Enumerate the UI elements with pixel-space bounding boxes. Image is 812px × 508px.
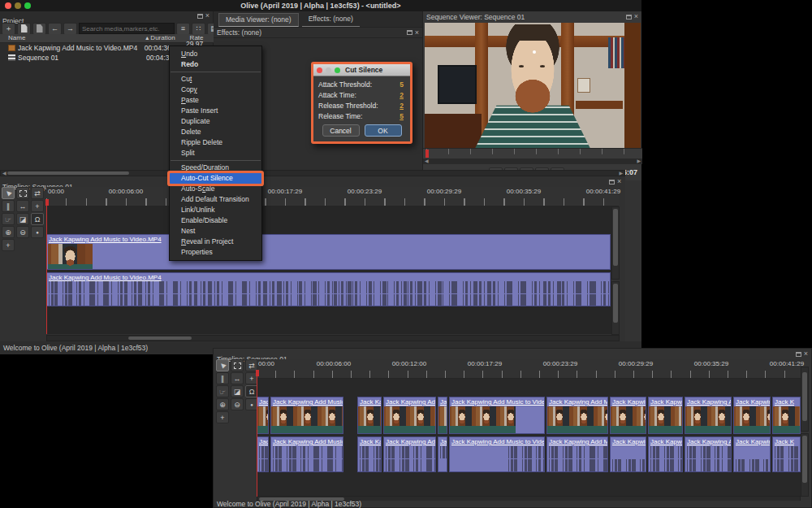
float-panel-icon[interactable] bbox=[197, 14, 203, 19]
close-panel-icon[interactable]: × bbox=[634, 14, 638, 20]
menu-item-copy[interactable]: Copy bbox=[170, 85, 261, 95]
timeline-bottom-scrollbar[interactable] bbox=[46, 335, 620, 341]
zoom-window-button[interactable] bbox=[24, 2, 31, 9]
video-clip-segment[interactable]: Jack K bbox=[772, 397, 801, 434]
menu-item-delete[interactable]: Delete bbox=[170, 127, 261, 137]
close-panel-icon[interactable]: × bbox=[205, 13, 209, 19]
dialog-minimize-button[interactable] bbox=[326, 67, 331, 73]
video-clip-segment[interactable]: Jack Kapwing Add Music to V bbox=[270, 397, 343, 434]
menu-item-duplicate[interactable]: Duplicate bbox=[170, 116, 261, 127]
video-clip-segment[interactable]: Jack Kapwing Add Music to Video.MP4 bbox=[449, 397, 545, 434]
audio-clip-segment[interactable]: Jack Kapwing Add Music to V bbox=[270, 436, 343, 472]
undo-button[interactable]: ← bbox=[48, 23, 62, 35]
hand-tool[interactable]: ☞ bbox=[216, 385, 229, 397]
audio-tracks-scrollbar[interactable] bbox=[611, 281, 620, 335]
menu-item-auto-scale[interactable]: Auto-Scale bbox=[170, 184, 261, 194]
video-tracks-scrollbar[interactable] bbox=[801, 367, 809, 432]
video-clip-segment[interactable]: Jack Kapwing bbox=[610, 397, 646, 434]
open-project-button[interactable] bbox=[32, 23, 46, 35]
ok-button[interactable]: OK bbox=[365, 124, 402, 137]
razor-tool[interactable]: ∥ bbox=[2, 200, 15, 212]
project-column-header[interactable]: Name ▴ Duration Rate bbox=[0, 34, 214, 43]
video-clip-segment[interactable]: Jack Kapwing Add M bbox=[685, 397, 732, 434]
attack-time-value[interactable]: 2 bbox=[400, 91, 404, 99]
razor-tool[interactable]: ∥ bbox=[216, 372, 229, 384]
zoom-out-tool[interactable]: ⊖ bbox=[16, 226, 29, 238]
transition-tool[interactable]: ◪ bbox=[231, 385, 244, 397]
release-threshold-value[interactable]: 2 bbox=[400, 102, 404, 110]
hand-tool[interactable]: ☞ bbox=[2, 213, 15, 225]
audio-clip[interactable]: Jack Kapwing Add Music to Video.MP4 bbox=[46, 272, 611, 306]
audio-clip-segment[interactable]: Jack Kapwing Add M bbox=[383, 436, 436, 472]
audio-clip-segment[interactable]: Jack Kapw bbox=[357, 436, 382, 472]
redo-button[interactable]: → bbox=[63, 23, 77, 35]
viewer-scrollbar[interactable]: ◀ ▶ bbox=[423, 158, 642, 164]
new-project-button[interactable] bbox=[17, 23, 31, 35]
viewer-playhead[interactable] bbox=[425, 150, 429, 158]
timeline-top-scrollbar[interactable]: ◀ ▶ bbox=[0, 170, 625, 176]
pointer-tool[interactable]: ▶ bbox=[216, 359, 229, 371]
video-clip-segment[interactable]: Jack Kapwing Add M bbox=[383, 397, 436, 434]
menu-item-split[interactable]: Split bbox=[170, 148, 261, 158]
float-panel-icon[interactable] bbox=[407, 30, 412, 35]
tab-media-viewer[interactable]: Media Viewer: (none) bbox=[218, 13, 299, 27]
audio-clip-segment[interactable]: Jack bbox=[438, 436, 447, 472]
menu-item-ripple-delete[interactable]: Ripple Delete bbox=[170, 137, 261, 148]
menu-item-paste[interactable]: Paste bbox=[170, 95, 261, 106]
bottom-timeline-ruler[interactable]: 00:00 00:00:06:00 00:00:12:00 00:00:17:2… bbox=[257, 359, 801, 379]
snapping-toggle[interactable]: Ω bbox=[31, 213, 44, 225]
attack-threshold-value[interactable]: 5 bbox=[400, 80, 404, 89]
menu-item-enable-disable[interactable]: Enable/Disable bbox=[170, 215, 261, 226]
menu-item-properties[interactable]: Properties bbox=[170, 247, 261, 258]
float-panel-icon[interactable] bbox=[609, 180, 615, 185]
menu-item-auto-cut-silence[interactable]: Auto-Cut Silence bbox=[170, 173, 261, 184]
zoom-in-tool[interactable]: ⊕ bbox=[216, 398, 229, 410]
tree-view-button[interactable]: ≡ bbox=[176, 23, 190, 35]
close-panel-icon[interactable]: × bbox=[804, 351, 808, 357]
dialog-close-button[interactable] bbox=[317, 67, 322, 73]
video-clip-segment[interactable]: Jack bbox=[438, 397, 447, 434]
release-time-value[interactable]: 5 bbox=[400, 112, 404, 120]
menu-item-add-default-transition[interactable]: Add Default Transition bbox=[170, 194, 261, 205]
menu-item-nest[interactable]: Nest bbox=[170, 226, 261, 237]
pointer-tool[interactable]: ▶ bbox=[2, 187, 15, 199]
video-clip-segment[interactable]: Jack Kapwin bbox=[733, 397, 771, 434]
audio-clip-segment[interactable]: Jack Kapwing bbox=[610, 436, 646, 472]
audio-clip-segment[interactable]: Jack Kapwin bbox=[733, 436, 771, 472]
audio-tracks-scrollbar[interactable] bbox=[801, 433, 809, 497]
add-track-button[interactable]: + bbox=[216, 411, 229, 423]
menu-item-paste-insert[interactable]: Paste Insert bbox=[170, 106, 261, 116]
close-window-button[interactable] bbox=[5, 2, 11, 9]
add-track-button[interactable]: + bbox=[2, 239, 15, 251]
edit-select-tool[interactable] bbox=[231, 359, 244, 371]
menu-item-link-unlink[interactable]: Link/Unlink bbox=[170, 205, 261, 215]
bottom-playhead-line[interactable] bbox=[257, 370, 257, 497]
dialog-zoom-button[interactable] bbox=[335, 67, 340, 73]
tab-effects[interactable]: Effects: (none) bbox=[302, 13, 360, 27]
edit-select-tool[interactable] bbox=[16, 187, 29, 199]
ripple-tool[interactable]: ⇄ bbox=[31, 187, 44, 199]
slip-tool[interactable]: ↔ bbox=[231, 372, 244, 384]
video-clip[interactable]: Jack Kapwing Add Music to Video.MP4 bbox=[46, 234, 611, 270]
float-panel-icon[interactable] bbox=[796, 352, 801, 357]
icon-view-button[interactable]: ∷ bbox=[192, 23, 205, 35]
audio-clip-segment[interactable]: Jack Kapwing Add M bbox=[685, 436, 732, 472]
video-tracks-scrollbar[interactable] bbox=[611, 206, 620, 280]
audio-clip-segment[interactable]: Jac bbox=[257, 436, 269, 472]
close-panel-icon[interactable]: × bbox=[415, 30, 419, 36]
close-panel-icon[interactable]: × bbox=[617, 179, 621, 185]
timeline-ruler[interactable]: 00:00 00:00:06:00 00:00:12:00 00:00:17:2… bbox=[46, 187, 619, 206]
slide-tool[interactable]: + bbox=[31, 200, 44, 212]
menu-item-redo[interactable]: Redo bbox=[170, 59, 261, 70]
float-panel-icon[interactable] bbox=[626, 15, 632, 20]
video-clip-segment[interactable]: Jac bbox=[257, 397, 269, 434]
audio-clip-segment[interactable]: Jack Kapwing bbox=[648, 436, 683, 472]
menu-item-reveal-in-project[interactable]: Reveal in Project bbox=[170, 237, 261, 247]
zoom-in-tool[interactable]: ⊕ bbox=[2, 226, 15, 238]
new-item-button[interactable]: ＋ bbox=[2, 23, 15, 35]
zoom-out-tool[interactable]: ⊖ bbox=[231, 398, 244, 410]
viewer-ruler[interactable] bbox=[423, 148, 642, 158]
slip-tool[interactable]: ↔ bbox=[16, 200, 29, 212]
menu-item-undo[interactable]: Undo bbox=[170, 49, 261, 59]
minimize-window-button[interactable] bbox=[15, 2, 21, 9]
